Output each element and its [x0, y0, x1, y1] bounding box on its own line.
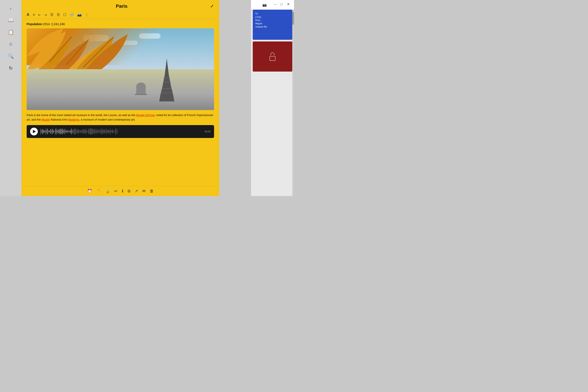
wave-bar: [112, 129, 112, 134]
modal-content[interactable]: Population 2014: 2,241,246: [22, 19, 219, 186]
wave-bar: [106, 128, 106, 135]
maximize-button[interactable]: □: [280, 2, 282, 6]
align-icon[interactable]: ≡: [33, 13, 35, 17]
wave-bar: [62, 128, 62, 134]
share-icon[interactable]: ↗: [135, 189, 138, 194]
indent-icon[interactable]: ⇥: [44, 13, 47, 16]
svg-marker-1: [162, 76, 171, 86]
svg-rect-10: [135, 94, 147, 95]
city-ground-layer: [27, 69, 214, 110]
lock-footer-icon[interactable]: 🔒: [105, 189, 110, 194]
wave-bar: [101, 128, 102, 134]
wave-bar: [78, 130, 79, 133]
wave-bar: [82, 131, 82, 132]
wave-bar: [94, 128, 95, 134]
more-options-icon[interactable]: ⋮: [85, 13, 88, 17]
unordered-list-icon[interactable]: ☰: [57, 13, 60, 17]
outdent-icon[interactable]: ⇤: [38, 13, 41, 16]
wave-bar: [81, 130, 82, 133]
wave-bar: [76, 129, 76, 134]
wave-bar: [60, 128, 60, 134]
refresh-icon[interactable]: ↻: [9, 66, 13, 71]
minimize-button[interactable]: –: [274, 2, 276, 6]
mail-icon[interactable]: ✉: [142, 189, 146, 194]
wave-bar: [71, 130, 71, 134]
wave-bar: [59, 129, 60, 134]
wave-bar: [70, 130, 70, 132]
wave-bar: [44, 130, 44, 134]
musee-dorsay-link[interactable]: Musée d'Orsay: [136, 114, 154, 117]
notebook-icon[interactable]: 📖: [8, 18, 14, 23]
modal-confirm-button[interactable]: ✓: [210, 4, 214, 9]
camera-toolbar-icon[interactable]: 📷: [262, 3, 267, 7]
ordered-list-icon[interactable]: ☰: [50, 13, 53, 17]
search-icon[interactable]: 🔍: [8, 54, 14, 59]
wave-bar: [58, 130, 59, 133]
wave-bar: [56, 128, 56, 134]
wave-bar: [104, 129, 105, 134]
blue-card-item4: ningway Bar: [255, 25, 290, 28]
wave-bar: [70, 130, 70, 132]
moderne-link[interactable]: Moderne: [68, 118, 79, 121]
wave-bar: [56, 130, 57, 133]
wave-bar: [110, 128, 110, 134]
wave-bar: [91, 128, 91, 134]
note-modal: Paris ✓ A ≡ ⇤ ⇥ ☰ ☰ ☐ 🔗 📷 ⋮ Population 2…: [22, 0, 219, 196]
wave-bar: [104, 129, 104, 134]
wave-bar: [88, 131, 88, 132]
info-icon[interactable]: ℹ: [122, 189, 123, 194]
reminder-icon[interactable]: ⏰: [87, 189, 92, 194]
lock-body: [270, 56, 276, 61]
wave-bar: [73, 130, 73, 134]
link-icon[interactable]: 🔗: [70, 13, 74, 17]
wave-bar: [94, 130, 94, 133]
wave-bar: [98, 130, 98, 133]
checkbox-icon[interactable]: ☐: [63, 13, 66, 17]
musee-link[interactable]: Musée: [42, 118, 50, 121]
wave-bar: [42, 130, 42, 133]
blue-card-item2: Flore: [255, 19, 290, 22]
wave-bar: [93, 129, 93, 134]
lock-icon: [270, 52, 276, 61]
wave-bar: [108, 130, 108, 133]
audio-waveform: [40, 127, 202, 136]
audio-player[interactable]: 00:30: [27, 125, 214, 138]
copy-icon[interactable]: ⧉: [128, 189, 130, 194]
wave-bar: [91, 128, 92, 134]
back-button[interactable]: ‹: [10, 6, 12, 11]
star-icon[interactable]: ☆: [8, 42, 13, 47]
population-text: Population 2014: 2,241,246: [27, 22, 214, 26]
camera-icon[interactable]: 📷: [77, 13, 82, 17]
wave-bar: [98, 131, 99, 132]
clipboard-icon[interactable]: 📋: [8, 30, 14, 35]
body-text: Paris is the home of the most visited ar…: [27, 113, 214, 122]
wave-bar: [64, 130, 64, 133]
right-scrollbar[interactable]: [292, 10, 294, 196]
wave-bar: [82, 129, 83, 134]
wave-bar: [75, 128, 76, 134]
right-card-red: [253, 42, 292, 72]
wave-bar: [115, 128, 116, 134]
wave-bar: [76, 130, 77, 132]
wave-bar: [97, 130, 98, 133]
play-button[interactable]: [30, 128, 38, 136]
wave-bar: [84, 130, 85, 134]
wave-bar: [83, 130, 84, 133]
wave-bar: [57, 131, 58, 132]
wave-bar: [54, 131, 54, 132]
population-value: 2014: 2,241,246: [43, 22, 65, 26]
hand-icon[interactable]: ✋: [96, 189, 101, 194]
wave-bar: [49, 130, 49, 132]
wave-bar: [78, 129, 78, 134]
trash-icon[interactable]: 🗑: [150, 189, 154, 194]
wave-bar: [110, 131, 110, 132]
wave-bar: [73, 130, 74, 134]
undo-icon[interactable]: ↩: [114, 189, 118, 194]
font-icon[interactable]: A: [27, 12, 30, 17]
wave-bar: [95, 130, 96, 134]
wave-bar: [116, 128, 116, 135]
wave-bar: [86, 128, 86, 134]
close-button[interactable]: ✕: [287, 2, 290, 6]
wave-bar: [52, 129, 52, 134]
modal-toolbar: A ≡ ⇤ ⇥ ☰ ☰ ☐ 🔗 📷 ⋮: [22, 11, 219, 19]
